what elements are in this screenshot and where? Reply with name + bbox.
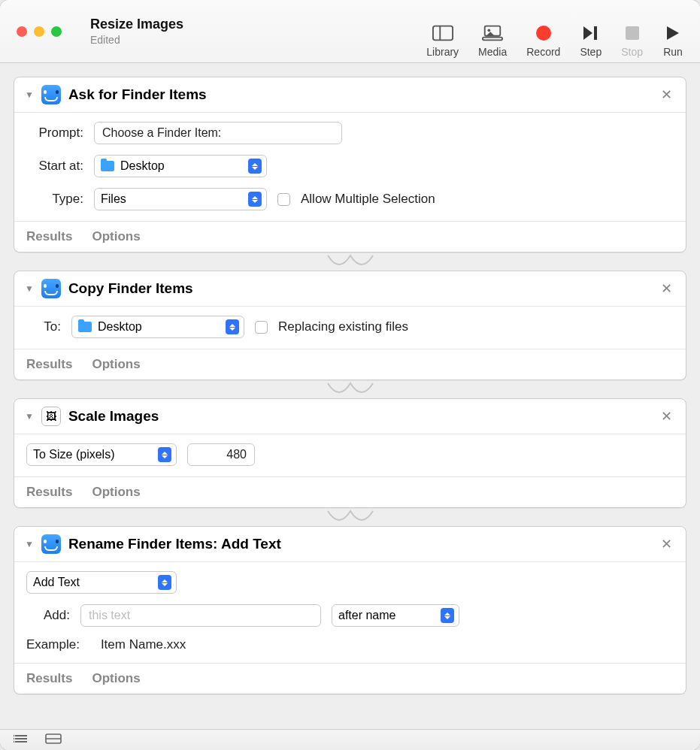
finder-icon (41, 85, 61, 104)
step-header: ▼ Ask for Finder Items ✕ (14, 77, 686, 113)
toolbar: Resize Images Edited Library Media Rec (0, 0, 700, 63)
finder-icon (41, 534, 61, 554)
step-footer: Results Options (14, 476, 686, 507)
startat-value: Desktop (120, 159, 239, 173)
remove-step-button[interactable]: ✕ (658, 280, 675, 297)
add-text-row: Add: after name (26, 604, 674, 627)
record-button[interactable]: Record (526, 25, 560, 58)
step-ask-for-finder-items: ▼ Ask for Finder Items ✕ Prompt: Start a… (14, 77, 686, 253)
options-button[interactable]: Options (92, 229, 140, 244)
svg-rect-0 (433, 26, 453, 41)
remove-step-button[interactable]: ✕ (658, 86, 675, 103)
allow-multiple-label[interactable]: Allow Multiple Selection (301, 192, 435, 207)
step-body: Prompt: Start at: Desktop Type: Files (14, 113, 686, 221)
library-button-label: Library (426, 46, 459, 58)
step-title: Scale Images (68, 408, 650, 425)
replace-existing-checkbox[interactable] (255, 321, 268, 334)
startat-label: Start at: (26, 159, 83, 174)
add-text-input[interactable] (80, 604, 321, 627)
prompt-row: Prompt: (26, 122, 674, 144)
automator-window: Resize Images Edited Library Media Rec (0, 0, 700, 750)
position-popup[interactable]: after name (332, 604, 459, 627)
scale-row: To Size (pixels) (26, 443, 674, 466)
allow-multiple-checkbox[interactable] (277, 193, 290, 206)
log-view-icon[interactable] (14, 733, 29, 747)
library-button[interactable]: Library (426, 25, 459, 58)
svg-point-5 (536, 26, 551, 41)
run-button[interactable]: Run (662, 25, 683, 58)
workflow-area[interactable]: ▼ Ask for Finder Items ✕ Prompt: Start a… (0, 63, 700, 729)
results-button[interactable]: Results (26, 357, 72, 372)
record-icon (533, 25, 554, 41)
folder-icon (101, 161, 114, 171)
disclosure-triangle-icon[interactable]: ▼ (25, 539, 34, 549)
prompt-input[interactable] (94, 122, 342, 144)
preview-icon (41, 407, 61, 426)
replace-existing-label[interactable]: Replacing existing files (278, 319, 408, 334)
options-button[interactable]: Options (92, 357, 140, 372)
sidebar-toggle-icon (432, 25, 453, 41)
to-value: Desktop (98, 320, 217, 334)
prompt-label: Prompt: (26, 126, 83, 141)
window-subtitle: Edited (90, 34, 413, 46)
stop-button[interactable]: Stop (621, 25, 643, 58)
step-button[interactable]: Step (580, 25, 602, 58)
stop-button-label: Stop (621, 46, 643, 58)
scale-mode-value: To Size (pixels) (33, 448, 149, 461)
type-value: Files (101, 192, 239, 206)
example-row: Example: Item Name.xxx (26, 637, 674, 652)
variables-view-icon[interactable] (45, 733, 62, 747)
popup-arrows-icon (158, 575, 171, 590)
step-footer: Results Options (14, 349, 686, 380)
options-button[interactable]: Options (92, 485, 140, 500)
example-value: Item Name.xxx (101, 637, 186, 652)
run-button-label: Run (663, 46, 683, 58)
scale-size-input[interactable] (187, 443, 255, 466)
title-group: Resize Images Edited (90, 17, 413, 46)
rename-mode-popup[interactable]: Add Text (26, 571, 177, 594)
svg-point-12 (14, 737, 14, 739)
toolbar-buttons: Library Media Record Step (426, 0, 683, 62)
disclosure-triangle-icon[interactable]: ▼ (25, 89, 34, 100)
media-button[interactable]: Media (478, 25, 507, 58)
step-title: Rename Finder Items: Add Text (68, 536, 650, 552)
media-button-label: Media (478, 46, 507, 58)
step-footer: Results Options (14, 221, 686, 252)
finder-icon (41, 279, 61, 298)
to-label: To: (26, 319, 61, 334)
step-scale-images: ▼ Scale Images ✕ To Size (pixels) Result… (14, 398, 686, 508)
zoom-window-button[interactable] (51, 26, 62, 37)
minimize-window-button[interactable] (34, 26, 44, 37)
type-popup[interactable]: Files (94, 188, 267, 210)
svg-point-3 (488, 29, 491, 32)
add-label: Add: (26, 608, 70, 623)
popup-arrows-icon (248, 159, 262, 174)
svg-point-13 (14, 740, 14, 742)
close-window-button[interactable] (17, 26, 27, 37)
startat-row: Start at: Desktop (26, 155, 674, 177)
type-row: Type: Files Allow Multiple Selection (26, 188, 674, 210)
example-label: Example: (26, 637, 80, 652)
step-body: Add Text Add: after name Example: Item N… (14, 562, 686, 663)
to-popup[interactable]: Desktop (71, 316, 244, 338)
remove-step-button[interactable]: ✕ (658, 408, 675, 425)
step-title: Copy Finder Items (68, 280, 650, 297)
stop-icon (622, 25, 643, 41)
status-bar (0, 729, 700, 750)
startat-popup[interactable]: Desktop (94, 155, 267, 177)
step-body: To Size (pixels) (14, 434, 686, 476)
options-button[interactable]: Options (92, 671, 140, 686)
disclosure-triangle-icon[interactable]: ▼ (25, 411, 34, 422)
disclosure-triangle-icon[interactable]: ▼ (25, 283, 34, 294)
scale-mode-popup[interactable]: To Size (pixels) (26, 443, 177, 466)
svg-rect-7 (626, 26, 639, 40)
rename-mode-value: Add Text (33, 576, 149, 589)
popup-arrows-icon (226, 319, 239, 334)
step-copy-finder-items: ▼ Copy Finder Items ✕ To: Desktop Replac… (14, 271, 686, 380)
results-button[interactable]: Results (26, 671, 72, 686)
popup-arrows-icon (158, 447, 171, 462)
results-button[interactable]: Results (26, 229, 72, 244)
window-title: Resize Images (90, 17, 413, 32)
remove-step-button[interactable]: ✕ (658, 536, 675, 552)
results-button[interactable]: Results (26, 485, 72, 500)
